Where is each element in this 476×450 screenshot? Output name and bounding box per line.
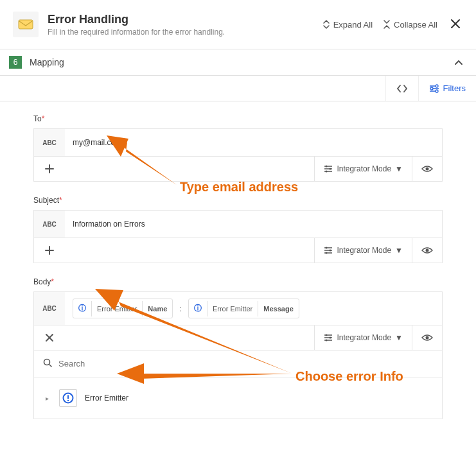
svg-point-4 (326, 166, 328, 168)
collapse-section-button[interactable] (454, 56, 463, 68)
info-icon: ⓘ (194, 303, 202, 314)
to-mode-select[interactable]: Integrator Mode ▼ (314, 157, 412, 181)
tag-emitter-label: Error Emitter (91, 301, 142, 316)
svg-rect-18 (67, 395, 69, 399)
collapse-all-button[interactable]: Collapse All (383, 20, 437, 30)
filters-label: Filters (443, 83, 466, 93)
tag-emitter-label: Error Emitter (207, 301, 258, 316)
body-mode-select[interactable]: Integrator Mode ▼ (314, 325, 412, 350)
body-tag-message[interactable]: ⓘ Error Emitter Message (188, 299, 299, 318)
body-clear-button[interactable] (34, 325, 65, 350)
subject-mode-select[interactable]: Integrator Mode ▼ (314, 238, 412, 263)
expand-all-button[interactable]: Expand All (322, 20, 373, 30)
tag-message-label: Message (258, 301, 298, 316)
body-search-input[interactable] (58, 359, 433, 368)
page-title: Error Handling (48, 13, 313, 26)
caret-down-icon: ▼ (395, 333, 403, 342)
svg-point-3 (436, 90, 438, 92)
search-icon (43, 358, 52, 369)
to-label: To* (33, 114, 443, 123)
svg-rect-0 (19, 20, 33, 29)
subject-input[interactable]: Information on Errors (65, 211, 442, 238)
to-mode-label: Integrator Mode (337, 164, 391, 173)
svg-point-2 (430, 87, 433, 90)
abc-prefix: ABC (34, 129, 65, 156)
svg-point-7 (426, 168, 429, 171)
filters-button[interactable]: Filters (418, 76, 476, 101)
body-mode-label: Integrator Mode (337, 333, 391, 342)
to-preview-button[interactable] (412, 157, 442, 181)
svg-point-10 (326, 252, 328, 254)
caret-down-icon: ▼ (395, 164, 403, 173)
svg-point-16 (44, 359, 50, 365)
svg-point-8 (326, 247, 328, 249)
svg-point-11 (426, 249, 429, 252)
app-icon (13, 12, 39, 37)
caret-down-icon: ▼ (395, 246, 403, 255)
body-label: Body* (33, 277, 443, 286)
svg-rect-19 (67, 400, 69, 401)
abc-prefix: ABC (34, 292, 65, 325)
body-tag-name[interactable]: ⓘ Error Emitter Name (73, 299, 173, 318)
subject-add-button[interactable] (34, 238, 65, 263)
info-icon: ⓘ (78, 303, 86, 314)
svg-point-6 (326, 171, 328, 173)
error-emitter-item[interactable]: Error Emitter (85, 394, 128, 402)
code-mode-button[interactable] (385, 76, 418, 101)
subject-preview-button[interactable] (412, 238, 442, 263)
expand-all-label: Expand All (333, 20, 373, 30)
expand-emitter-button[interactable]: ▸ (43, 395, 51, 402)
svg-point-5 (330, 168, 331, 170)
step-badge: 6 (9, 56, 22, 69)
svg-point-12 (326, 334, 328, 336)
svg-point-13 (330, 337, 331, 339)
section-title: Mapping (30, 57, 454, 67)
tag-name-label: Name (142, 301, 172, 316)
to-input[interactable]: my@mail.com (65, 129, 442, 156)
to-add-button[interactable] (34, 157, 65, 181)
svg-point-15 (426, 336, 429, 340)
svg-point-14 (326, 340, 328, 342)
close-button[interactable] (448, 16, 463, 33)
colon-separator: : (179, 304, 182, 313)
collapse-all-label: Collapse All (394, 20, 437, 30)
svg-point-1 (436, 85, 438, 87)
svg-point-9 (330, 250, 331, 252)
error-emitter-icon (59, 389, 77, 407)
subject-mode-label: Integrator Mode (337, 246, 391, 255)
page-subtitle: Fill in the required information for the… (48, 28, 313, 37)
abc-prefix: ABC (34, 211, 65, 238)
body-input[interactable]: ⓘ Error Emitter Name : ⓘ Error Emitter M… (65, 292, 442, 325)
subject-label: Subject* (33, 196, 443, 205)
body-preview-button[interactable] (412, 325, 442, 350)
